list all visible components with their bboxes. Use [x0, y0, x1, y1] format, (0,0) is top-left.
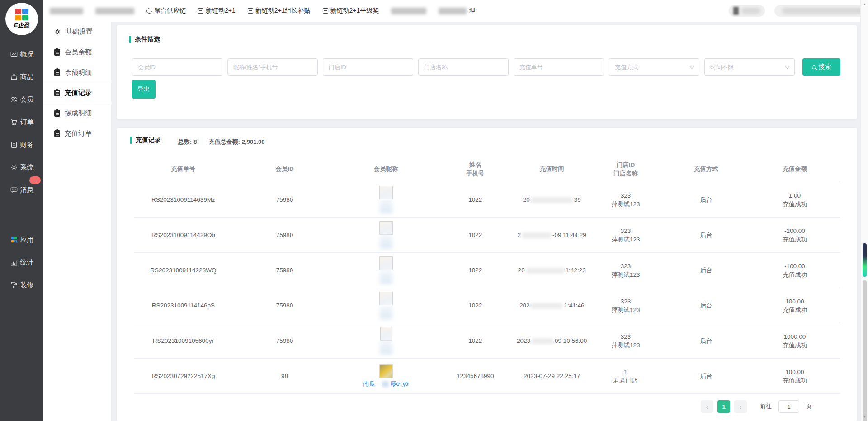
table-row: RS20230729222517Xg 98 南瓜—藤ờ ʒờ 123456789… — [134, 359, 840, 394]
recharge-method: 后台 — [663, 372, 750, 380]
store-cell: 323萍测试123 — [589, 227, 663, 244]
logo-text: E企盈 — [14, 21, 30, 29]
message-badge: ... — [29, 176, 41, 184]
order-no: RS20230729222517Xg — [134, 372, 233, 380]
store-name-input[interactable] — [418, 58, 509, 76]
redacted-blur — [532, 338, 553, 344]
goto-label: 前往 — [760, 402, 772, 411]
scrollbar-thumb-secondary[interactable] — [863, 280, 867, 421]
sidebar-item-messages[interactable]: 消息 ... — [0, 181, 43, 199]
ring-icon — [146, 7, 153, 15]
search-icon — [812, 65, 816, 69]
search-button[interactable]: 搜索 — [802, 58, 840, 76]
doc-icon — [54, 110, 60, 117]
tab-redacted-3[interactable] — [391, 8, 426, 14]
redacted-blur — [391, 8, 426, 14]
members-icon — [10, 95, 18, 104]
time-range-select-input[interactable] — [704, 58, 795, 76]
member-nickname: 南瓜—藤ờ ʒờ — [363, 379, 409, 388]
accent-bar — [129, 36, 131, 43]
doc-icon — [54, 69, 60, 76]
table-row: RS20231009114223WQ 75980 1022 201:42:23 … — [134, 253, 840, 288]
overview-icon — [10, 50, 18, 58]
redacted-blur — [531, 303, 562, 309]
total-count: 8 — [193, 138, 197, 145]
redacted-blur — [526, 268, 564, 274]
sidebar-item-apps[interactable]: 应用 — [0, 231, 43, 249]
store-cell: 323萍测试123 — [589, 262, 663, 279]
member-avatar — [379, 221, 393, 235]
app-logo[interactable]: E企盈 — [5, 3, 38, 35]
table-title: 充值记录 — [130, 136, 161, 144]
tab-chain-2plus1[interactable]: 新链动2+1 — [198, 7, 236, 15]
top-navbar: 聚合供应链 新链动2+1 新链动2+1组长补贴 新链动2+1平级奖 理 ) — [43, 0, 868, 22]
redacted-blur — [50, 8, 83, 14]
box-icon — [248, 8, 253, 14]
redacted-blur — [380, 200, 392, 213]
filter-title: 条件筛选 — [129, 35, 160, 43]
sub-item-commission-detail[interactable]: 提成明细 — [43, 103, 111, 123]
redacted-blur — [380, 306, 392, 319]
store-cell: 323萍测试123 — [589, 297, 663, 314]
member-avatar — [379, 364, 393, 378]
sidebar-item-overview[interactable]: 概况 — [0, 45, 43, 63]
order-no: RS20231009114223WQ — [134, 266, 233, 274]
recharge-method-select[interactable] — [609, 58, 699, 76]
accent-bar — [130, 137, 132, 144]
scrollbar-thumb[interactable] — [863, 243, 867, 277]
messages-icon — [10, 186, 18, 194]
scroll-up-arrow-icon[interactable]: ▲ — [861, 2, 868, 6]
sidebar-item-orders[interactable]: 订单 — [0, 113, 43, 131]
tab-manage[interactable]: 理 — [439, 7, 475, 15]
recharge-time: 201:42:23 — [515, 266, 588, 274]
primary-sidebar: E企盈 概况 商品 会员 订单 财务 系统 消息 ... 应用 统计 装修 — [0, 0, 43, 421]
sidebar-item-goods[interactable]: 商品 — [0, 68, 43, 86]
redacted-blur — [522, 232, 551, 238]
goto-page-input[interactable] — [778, 400, 799, 413]
order-no: RS20231009114429Ob — [134, 231, 233, 239]
sub-item-recharge-records[interactable]: 充值记录 — [43, 83, 111, 103]
recharge-method-select-input[interactable] — [609, 58, 699, 76]
sub-item-basic-settings[interactable]: 基础设置 — [43, 22, 111, 42]
redacted-blur — [741, 8, 760, 14]
next-page-button[interactable]: › — [734, 400, 747, 413]
user-chip[interactable] — [729, 5, 765, 17]
sidebar-item-statistics[interactable]: 统计 — [0, 253, 43, 271]
redacted-blur — [439, 8, 467, 14]
tab-redacted-1[interactable] — [50, 8, 83, 14]
sidebar-item-decorate[interactable]: 装修 — [0, 276, 43, 294]
tab-chain-leader-subsidy[interactable]: 新链动2+1组长补贴 — [248, 7, 311, 15]
prev-page-button[interactable]: ‹ — [701, 400, 713, 413]
avatar — [733, 7, 739, 15]
redacted-blur — [380, 270, 392, 284]
sidebar-item-finance[interactable]: 财务 — [0, 136, 43, 154]
sub-item-recharge-orders[interactable]: 充值订单 — [43, 123, 111, 144]
member-id: 75980 — [233, 266, 337, 274]
recharge-time: 2039 — [515, 195, 588, 204]
export-button[interactable]: 导出 — [132, 80, 156, 99]
nickname-name-phone-input[interactable] — [227, 58, 318, 76]
sub-item-member-balance[interactable]: 会员余额 — [43, 42, 111, 62]
sidebar-item-members[interactable]: 会员 — [0, 90, 43, 109]
redacted-blur — [380, 235, 392, 249]
account-chip[interactable]: ) — [774, 5, 868, 17]
recharge-order-no-input[interactable] — [514, 58, 604, 76]
sub-item-balance-detail[interactable]: 余额明细 — [43, 62, 111, 83]
table-row: RS20231009114146pS 75980 1022 2021:41:46… — [134, 288, 840, 323]
table-row: RS20231009105600yr 75980 1022 202309 10:… — [134, 323, 840, 359]
sidebar-item-system[interactable]: 系统 — [0, 158, 43, 176]
member-id-input[interactable] — [132, 58, 222, 76]
member-phone: 1022 — [435, 336, 515, 345]
scroll-down-arrow-icon[interactable]: ▼ — [861, 415, 868, 419]
tab-chain-level-award[interactable]: 新链动2+1平级奖 — [323, 7, 379, 15]
page-scrollbar[interactable]: ▲ ▼ — [860, 0, 868, 421]
time-range-select[interactable] — [704, 58, 795, 76]
tab-redacted-2[interactable] — [95, 8, 134, 14]
store-cell: 1君君门店 — [589, 368, 663, 385]
tab-supply-chain[interactable]: 聚合供应链 — [146, 7, 186, 15]
current-page-button[interactable]: 1 — [717, 400, 730, 413]
store-id-input[interactable] — [323, 58, 413, 76]
filter-panel: 条件筛选 搜索 导出 — [117, 25, 857, 119]
records-table: 充值单号 会员ID 会员昵称 姓名手机号 充值时间 门店ID门店名称 充值方式 … — [134, 156, 840, 394]
recharge-method: 后台 — [663, 195, 750, 204]
